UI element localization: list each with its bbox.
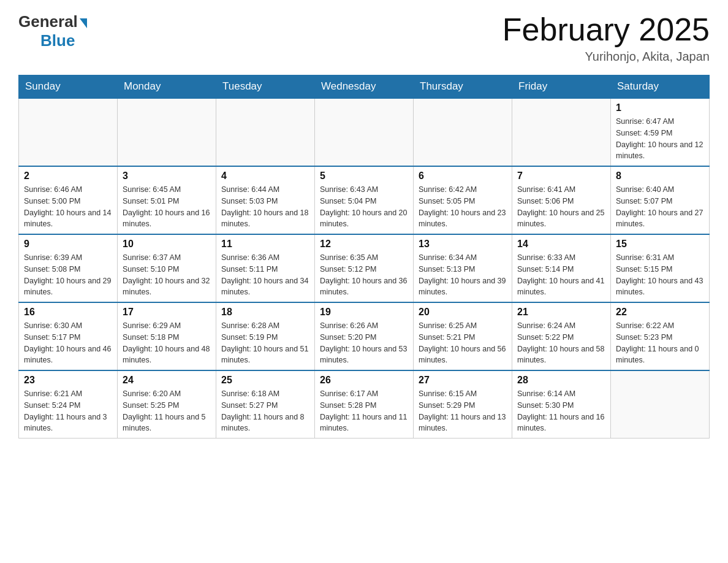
calendar-cell: 28Sunrise: 6:14 AMSunset: 5:30 PMDayligh… [512, 370, 611, 439]
calendar-cell: 4Sunrise: 6:44 AMSunset: 5:03 PMDaylight… [216, 166, 315, 234]
calendar-table: SundayMondayTuesdayWednesdayThursdayFrid… [18, 75, 710, 439]
day-info: Sunrise: 6:39 AMSunset: 5:08 PMDaylight:… [24, 252, 112, 298]
calendar-cell: 7Sunrise: 6:41 AMSunset: 5:06 PMDaylight… [512, 166, 611, 234]
day-number: 18 [221, 307, 309, 318]
day-info: Sunrise: 6:22 AMSunset: 5:23 PMDaylight:… [616, 320, 704, 366]
day-info: Sunrise: 6:15 AMSunset: 5:29 PMDaylight:… [419, 388, 507, 434]
day-number: 23 [24, 375, 112, 386]
day-number: 14 [517, 239, 605, 250]
calendar-cell [315, 98, 414, 166]
calendar-cell: 17Sunrise: 6:29 AMSunset: 5:18 PMDayligh… [118, 302, 216, 370]
month-title: February 2025 [502, 12, 710, 47]
day-number: 3 [123, 170, 211, 182]
calendar-cell [611, 370, 710, 439]
calendar-cell: 13Sunrise: 6:34 AMSunset: 5:13 PMDayligh… [414, 234, 512, 302]
day-number: 28 [517, 375, 605, 386]
day-number: 1 [616, 102, 704, 113]
day-info: Sunrise: 6:47 AMSunset: 4:59 PMDaylight:… [616, 116, 704, 162]
calendar-cell: 16Sunrise: 6:30 AMSunset: 5:17 PMDayligh… [19, 302, 118, 370]
calendar-cell: 12Sunrise: 6:35 AMSunset: 5:12 PMDayligh… [315, 234, 414, 302]
day-info: Sunrise: 6:14 AMSunset: 5:30 PMDaylight:… [517, 388, 605, 434]
calendar-cell: 20Sunrise: 6:25 AMSunset: 5:21 PMDayligh… [414, 302, 512, 370]
day-number: 8 [616, 170, 704, 182]
calendar-cell: 23Sunrise: 6:21 AMSunset: 5:24 PMDayligh… [19, 370, 118, 439]
day-info: Sunrise: 6:44 AMSunset: 5:03 PMDaylight:… [221, 184, 309, 230]
weekday-header-thursday: Thursday [414, 75, 512, 99]
calendar-cell: 25Sunrise: 6:18 AMSunset: 5:27 PMDayligh… [216, 370, 315, 439]
day-number: 19 [320, 307, 408, 318]
day-number: 22 [616, 307, 704, 318]
calendar-cell: 2Sunrise: 6:46 AMSunset: 5:00 PMDaylight… [19, 166, 118, 234]
calendar-cell: 26Sunrise: 6:17 AMSunset: 5:28 PMDayligh… [315, 370, 414, 439]
week-row-5: 23Sunrise: 6:21 AMSunset: 5:24 PMDayligh… [19, 370, 710, 439]
calendar-cell: 27Sunrise: 6:15 AMSunset: 5:29 PMDayligh… [414, 370, 512, 439]
day-number: 21 [517, 307, 605, 318]
day-info: Sunrise: 6:34 AMSunset: 5:13 PMDaylight:… [419, 252, 507, 298]
week-row-2: 2Sunrise: 6:46 AMSunset: 5:00 PMDaylight… [19, 166, 710, 234]
weekday-header-saturday: Saturday [611, 75, 710, 99]
day-info: Sunrise: 6:26 AMSunset: 5:20 PMDaylight:… [320, 320, 408, 366]
day-info: Sunrise: 6:17 AMSunset: 5:28 PMDaylight:… [320, 388, 408, 434]
day-number: 5 [320, 170, 408, 182]
day-info: Sunrise: 6:24 AMSunset: 5:22 PMDaylight:… [517, 320, 605, 366]
calendar-cell: 6Sunrise: 6:42 AMSunset: 5:05 PMDaylight… [414, 166, 512, 234]
day-number: 26 [320, 375, 408, 386]
calendar-cell [414, 98, 512, 166]
day-number: 2 [24, 170, 112, 182]
calendar-cell [19, 98, 118, 166]
day-number: 25 [221, 375, 309, 386]
day-number: 12 [320, 239, 408, 250]
day-info: Sunrise: 6:41 AMSunset: 5:06 PMDaylight:… [517, 184, 605, 230]
weekday-header-monday: Monday [118, 75, 216, 99]
calendar-cell: 14Sunrise: 6:33 AMSunset: 5:14 PMDayligh… [512, 234, 611, 302]
day-info: Sunrise: 6:33 AMSunset: 5:14 PMDaylight:… [517, 252, 605, 298]
day-number: 9 [24, 239, 112, 250]
day-number: 16 [24, 307, 112, 318]
day-number: 24 [123, 375, 211, 386]
day-info: Sunrise: 6:25 AMSunset: 5:21 PMDaylight:… [419, 320, 507, 366]
day-number: 4 [221, 170, 309, 182]
weekday-header-friday: Friday [512, 75, 611, 99]
title-area: February 2025 Yurihonjo, Akita, Japan [502, 12, 710, 64]
day-number: 7 [517, 170, 605, 182]
calendar-cell: 21Sunrise: 6:24 AMSunset: 5:22 PMDayligh… [512, 302, 611, 370]
day-info: Sunrise: 6:29 AMSunset: 5:18 PMDaylight:… [123, 320, 211, 366]
calendar-cell: 15Sunrise: 6:31 AMSunset: 5:15 PMDayligh… [611, 234, 710, 302]
week-row-1: 1Sunrise: 6:47 AMSunset: 4:59 PMDaylight… [19, 98, 710, 166]
day-number: 11 [221, 239, 309, 250]
day-number: 10 [123, 239, 211, 250]
day-number: 17 [123, 307, 211, 318]
calendar-cell: 8Sunrise: 6:40 AMSunset: 5:07 PMDaylight… [611, 166, 710, 234]
day-info: Sunrise: 6:37 AMSunset: 5:10 PMDaylight:… [123, 252, 211, 298]
logo-arrow-icon [80, 18, 87, 28]
calendar-cell [216, 98, 315, 166]
header: General Blue February 2025 Yurihonjo, Ak… [18, 12, 710, 64]
calendar-cell: 18Sunrise: 6:28 AMSunset: 5:19 PMDayligh… [216, 302, 315, 370]
week-row-4: 16Sunrise: 6:30 AMSunset: 5:17 PMDayligh… [19, 302, 710, 370]
weekday-header-sunday: Sunday [19, 75, 118, 99]
day-number: 15 [616, 239, 704, 250]
day-info: Sunrise: 6:35 AMSunset: 5:12 PMDaylight:… [320, 252, 408, 298]
calendar-cell: 11Sunrise: 6:36 AMSunset: 5:11 PMDayligh… [216, 234, 315, 302]
day-info: Sunrise: 6:46 AMSunset: 5:00 PMDaylight:… [24, 184, 112, 230]
logo-blue-text: Blue [40, 31, 75, 50]
day-info: Sunrise: 6:28 AMSunset: 5:19 PMDaylight:… [221, 320, 309, 366]
logo: General Blue [18, 12, 87, 50]
logo-general-text: General [18, 12, 78, 31]
day-number: 13 [419, 239, 507, 250]
day-number: 6 [419, 170, 507, 182]
calendar-cell: 10Sunrise: 6:37 AMSunset: 5:10 PMDayligh… [118, 234, 216, 302]
calendar-cell [118, 98, 216, 166]
calendar-cell: 1Sunrise: 6:47 AMSunset: 4:59 PMDaylight… [611, 98, 710, 166]
day-info: Sunrise: 6:45 AMSunset: 5:01 PMDaylight:… [123, 184, 211, 230]
day-info: Sunrise: 6:40 AMSunset: 5:07 PMDaylight:… [616, 184, 704, 230]
day-info: Sunrise: 6:30 AMSunset: 5:17 PMDaylight:… [24, 320, 112, 366]
calendar-cell: 19Sunrise: 6:26 AMSunset: 5:20 PMDayligh… [315, 302, 414, 370]
location-title: Yurihonjo, Akita, Japan [502, 50, 710, 64]
weekday-header-tuesday: Tuesday [216, 75, 315, 99]
day-number: 27 [419, 375, 507, 386]
calendar-cell: 24Sunrise: 6:20 AMSunset: 5:25 PMDayligh… [118, 370, 216, 439]
day-number: 20 [419, 307, 507, 318]
calendar-cell [512, 98, 611, 166]
day-info: Sunrise: 6:42 AMSunset: 5:05 PMDaylight:… [419, 184, 507, 230]
